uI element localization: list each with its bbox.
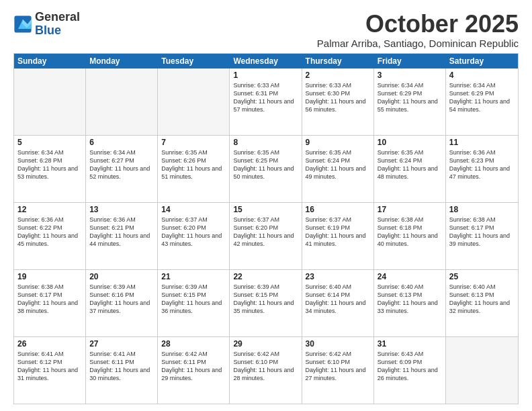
day-cell: 7Sunrise: 6:35 AM Sunset: 6:26 PM Daylig… xyxy=(158,136,230,202)
day-info: Sunrise: 6:35 AM Sunset: 6:26 PM Dayligh… xyxy=(161,148,226,181)
day-cell: 11Sunrise: 6:36 AM Sunset: 6:23 PM Dayli… xyxy=(446,136,518,202)
day-number: 28 xyxy=(161,339,226,349)
day-info: Sunrise: 6:39 AM Sunset: 6:15 PM Dayligh… xyxy=(233,283,298,316)
day-number: 29 xyxy=(233,339,298,349)
day-info: Sunrise: 6:34 AM Sunset: 6:29 PM Dayligh… xyxy=(449,81,515,114)
day-cell: 24Sunrise: 6:40 AM Sunset: 6:13 PM Dayli… xyxy=(374,270,446,336)
calendar: SundayMondayTuesdayWednesdayThursdayFrid… xyxy=(13,53,519,404)
week-row-1: 1Sunrise: 6:33 AM Sunset: 6:31 PM Daylig… xyxy=(14,68,518,135)
day-info: Sunrise: 6:43 AM Sunset: 6:09 PM Dayligh… xyxy=(378,350,442,383)
day-cell: 25Sunrise: 6:40 AM Sunset: 6:13 PM Dayli… xyxy=(446,270,518,336)
day-cell: 2Sunrise: 6:33 AM Sunset: 6:30 PM Daylig… xyxy=(302,68,374,135)
day-info: Sunrise: 6:41 AM Sunset: 6:12 PM Dayligh… xyxy=(17,350,82,383)
day-cell: 29Sunrise: 6:42 AM Sunset: 6:10 PM Dayli… xyxy=(230,337,302,404)
day-header-friday: Friday xyxy=(374,54,446,68)
day-headers: SundayMondayTuesdayWednesdayThursdayFrid… xyxy=(14,54,518,68)
day-info: Sunrise: 6:42 AM Sunset: 6:10 PM Dayligh… xyxy=(233,350,298,383)
day-cell: 10Sunrise: 6:35 AM Sunset: 6:24 PM Dayli… xyxy=(374,136,446,202)
day-cell: 4Sunrise: 6:34 AM Sunset: 6:29 PM Daylig… xyxy=(446,68,518,135)
weeks: 1Sunrise: 6:33 AM Sunset: 6:31 PM Daylig… xyxy=(14,68,518,404)
logo-general: General xyxy=(35,11,80,24)
day-number: 19 xyxy=(17,272,82,281)
day-info: Sunrise: 6:34 AM Sunset: 6:28 PM Dayligh… xyxy=(17,148,82,181)
day-number: 15 xyxy=(233,205,298,214)
day-number: 18 xyxy=(449,205,515,214)
day-cell xyxy=(158,68,230,135)
logo: General Blue xyxy=(13,11,80,38)
day-header-tuesday: Tuesday xyxy=(158,54,230,68)
day-number: 9 xyxy=(306,138,370,147)
week-row-3: 12Sunrise: 6:36 AM Sunset: 6:22 PM Dayli… xyxy=(14,202,518,269)
subtitle: Palmar Arriba, Santiago, Dominican Repub… xyxy=(317,38,519,49)
day-cell: 16Sunrise: 6:37 AM Sunset: 6:19 PM Dayli… xyxy=(302,203,374,269)
day-number: 4 xyxy=(449,71,515,80)
day-cell: 1Sunrise: 6:33 AM Sunset: 6:31 PM Daylig… xyxy=(230,68,302,135)
day-number: 14 xyxy=(161,205,226,214)
day-number: 26 xyxy=(17,339,82,349)
day-cell xyxy=(14,68,86,135)
day-cell: 17Sunrise: 6:38 AM Sunset: 6:18 PM Dayli… xyxy=(374,203,446,269)
week-row-2: 5Sunrise: 6:34 AM Sunset: 6:28 PM Daylig… xyxy=(14,135,518,202)
day-info: Sunrise: 6:35 AM Sunset: 6:24 PM Dayligh… xyxy=(378,148,442,181)
day-number: 8 xyxy=(233,138,298,147)
day-number: 12 xyxy=(17,205,82,214)
day-cell: 6Sunrise: 6:34 AM Sunset: 6:27 PM Daylig… xyxy=(86,136,158,202)
logo-icon xyxy=(13,15,32,34)
day-cell: 21Sunrise: 6:39 AM Sunset: 6:15 PM Dayli… xyxy=(158,270,230,336)
day-header-thursday: Thursday xyxy=(302,54,374,68)
day-info: Sunrise: 6:40 AM Sunset: 6:13 PM Dayligh… xyxy=(378,283,442,316)
day-cell: 26Sunrise: 6:41 AM Sunset: 6:12 PM Dayli… xyxy=(14,337,86,404)
day-number: 30 xyxy=(306,339,370,349)
day-info: Sunrise: 6:34 AM Sunset: 6:29 PM Dayligh… xyxy=(378,81,442,114)
week-row-5: 26Sunrise: 6:41 AM Sunset: 6:12 PM Dayli… xyxy=(14,336,518,404)
day-number: 24 xyxy=(378,272,442,281)
day-info: Sunrise: 6:36 AM Sunset: 6:21 PM Dayligh… xyxy=(89,216,154,248)
day-cell: 8Sunrise: 6:35 AM Sunset: 6:25 PM Daylig… xyxy=(230,136,302,202)
day-info: Sunrise: 6:35 AM Sunset: 6:25 PM Dayligh… xyxy=(233,148,298,181)
day-cell: 14Sunrise: 6:37 AM Sunset: 6:20 PM Dayli… xyxy=(158,203,230,269)
day-header-sunday: Sunday xyxy=(14,54,86,68)
day-info: Sunrise: 6:39 AM Sunset: 6:15 PM Dayligh… xyxy=(161,283,226,316)
day-number: 25 xyxy=(449,272,515,281)
day-number: 27 xyxy=(89,339,154,349)
day-number: 3 xyxy=(378,71,442,80)
day-cell: 5Sunrise: 6:34 AM Sunset: 6:28 PM Daylig… xyxy=(14,136,86,202)
month-title: October 2025 xyxy=(317,11,519,38)
day-number: 20 xyxy=(89,272,154,281)
day-header-saturday: Saturday xyxy=(446,54,518,68)
day-info: Sunrise: 6:40 AM Sunset: 6:14 PM Dayligh… xyxy=(306,283,370,316)
day-number: 31 xyxy=(378,339,442,349)
day-info: Sunrise: 6:38 AM Sunset: 6:17 PM Dayligh… xyxy=(17,283,82,316)
day-info: Sunrise: 6:40 AM Sunset: 6:13 PM Dayligh… xyxy=(449,283,515,316)
day-info: Sunrise: 6:35 AM Sunset: 6:24 PM Dayligh… xyxy=(306,148,370,181)
day-info: Sunrise: 6:34 AM Sunset: 6:27 PM Dayligh… xyxy=(89,148,154,181)
day-number: 7 xyxy=(161,138,226,147)
day-cell: 13Sunrise: 6:36 AM Sunset: 6:21 PM Dayli… xyxy=(86,203,158,269)
logo-text: General Blue xyxy=(35,11,80,38)
day-cell: 19Sunrise: 6:38 AM Sunset: 6:17 PM Dayli… xyxy=(14,270,86,336)
day-cell: 30Sunrise: 6:42 AM Sunset: 6:10 PM Dayli… xyxy=(302,337,374,404)
day-info: Sunrise: 6:37 AM Sunset: 6:20 PM Dayligh… xyxy=(161,216,226,248)
day-number: 21 xyxy=(161,272,226,281)
day-info: Sunrise: 6:42 AM Sunset: 6:11 PM Dayligh… xyxy=(161,350,226,383)
day-number: 17 xyxy=(378,205,442,214)
day-info: Sunrise: 6:42 AM Sunset: 6:10 PM Dayligh… xyxy=(306,350,370,383)
page: General Blue October 2025 Palmar Arriba,… xyxy=(0,0,532,411)
day-cell: 12Sunrise: 6:36 AM Sunset: 6:22 PM Dayli… xyxy=(14,203,86,269)
header: General Blue October 2025 Palmar Arriba,… xyxy=(13,11,519,49)
day-cell: 15Sunrise: 6:37 AM Sunset: 6:20 PM Dayli… xyxy=(230,203,302,269)
day-number: 11 xyxy=(449,138,515,147)
logo-blue: Blue xyxy=(35,24,80,38)
day-number: 2 xyxy=(306,71,370,80)
day-cell xyxy=(86,68,158,135)
day-number: 23 xyxy=(306,272,370,281)
day-info: Sunrise: 6:37 AM Sunset: 6:19 PM Dayligh… xyxy=(306,216,370,248)
title-block: October 2025 Palmar Arriba, Santiago, Do… xyxy=(317,11,519,49)
day-header-monday: Monday xyxy=(86,54,158,68)
day-cell: 28Sunrise: 6:42 AM Sunset: 6:11 PM Dayli… xyxy=(158,337,230,404)
day-info: Sunrise: 6:36 AM Sunset: 6:22 PM Dayligh… xyxy=(17,216,82,248)
day-info: Sunrise: 6:38 AM Sunset: 6:17 PM Dayligh… xyxy=(449,216,515,248)
day-info: Sunrise: 6:37 AM Sunset: 6:20 PM Dayligh… xyxy=(233,216,298,248)
day-cell: 22Sunrise: 6:39 AM Sunset: 6:15 PM Dayli… xyxy=(230,270,302,336)
day-number: 5 xyxy=(17,138,82,147)
